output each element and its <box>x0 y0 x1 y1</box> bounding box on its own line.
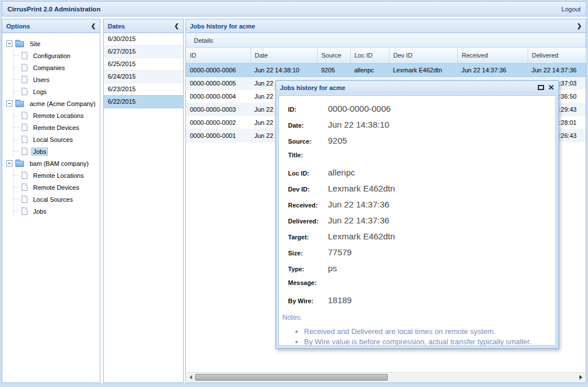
tree-node-label: Remote Devices <box>31 124 81 132</box>
column-header-dev-id[interactable]: Dev ID <box>389 48 457 63</box>
date-item[interactable]: 6/24/2015 <box>104 71 183 83</box>
field-source: Source: 9205 <box>288 136 552 152</box>
tree-node-configuration[interactable]: Configuration <box>14 50 98 62</box>
title-bar: CirrusPrint 2.0 Administration Logout <box>2 1 586 17</box>
field-date: Date: Jun 22 14:38:10 <box>288 120 552 136</box>
cell-date: Jun 22 14:38:10 <box>250 63 317 76</box>
date-item[interactable]: 6/27/2015 <box>104 46 183 58</box>
tree-node-label: Local Sources <box>31 195 75 203</box>
dialog-fields: ID: 0000-0000-0006 Date: Jun 22 14:38:10… <box>282 104 552 311</box>
tree-collapse-icon[interactable] <box>6 100 13 107</box>
column-header-source[interactable]: Source <box>317 48 350 63</box>
tree-collapse-icon[interactable] <box>6 160 13 166</box>
page-icon <box>22 184 27 191</box>
collapse-left-icon[interactable]: ❮ <box>91 23 96 29</box>
tree-node-label: bam (BAM company) <box>28 160 90 168</box>
close-icon[interactable]: ✕ <box>548 84 554 91</box>
field-label: Dev ID: <box>288 186 328 193</box>
field-value: 77579 <box>328 247 352 257</box>
tree-node-label: Local Sources <box>31 136 75 144</box>
collapse-left-icon[interactable]: ❮ <box>175 23 179 29</box>
tree-node-bam-jobs[interactable]: Jobs <box>14 205 98 217</box>
logout-button[interactable]: Logout <box>561 6 581 13</box>
field-value: 9205 <box>328 136 347 145</box>
dates-list: 6/30/2015 6/27/2015 6/25/2015 6/24/2015 … <box>104 33 183 108</box>
job-details-dialog: Jobs history for acme ✕ ID: 0000-0000-00… <box>275 80 559 349</box>
expand-right-icon[interactable]: ❯ <box>577 23 582 29</box>
field-loc-id: Loc ID: allenpc <box>288 168 552 184</box>
field-label: ID: <box>288 106 328 113</box>
cell-source: 9205 <box>317 63 350 76</box>
cell-id: 0000-0000-0001 <box>186 129 250 142</box>
field-dev-id: Dev ID: Lexmark E462dtn <box>288 184 552 199</box>
cell-received: Jun 22 14:37:36 <box>457 63 528 76</box>
tree-connector <box>14 187 19 188</box>
scrollbar-right-arrow-icon[interactable] <box>577 373 585 382</box>
field-title: Title: <box>288 152 552 168</box>
tree-connector <box>14 175 19 176</box>
tree-node-acme-local-sources[interactable]: Local Sources <box>14 133 98 145</box>
field-value: Lexmark E462dtn <box>328 184 395 193</box>
horizontal-scrollbar[interactable] <box>186 372 585 382</box>
field-label: Size: <box>288 250 328 256</box>
cell-dev-id: Lexmark E462dtn <box>389 63 457 76</box>
tree-node-acme-jobs[interactable]: Jobs <box>14 145 98 157</box>
scrollbar-thumb[interactable] <box>195 374 388 381</box>
tree-node-bam-local-sources[interactable]: Local Sources <box>14 193 98 205</box>
column-header-date[interactable]: Date <box>250 48 317 63</box>
dialog-title: Jobs history for acme <box>280 84 345 91</box>
tree-connector <box>14 211 19 211</box>
folder-icon <box>15 161 24 167</box>
column-header-delivered[interactable]: Delivered <box>528 48 586 63</box>
tree-connector <box>14 139 19 140</box>
page-icon <box>22 207 27 215</box>
cell-id: 0000-0000-0005 <box>186 76 250 89</box>
tree-connector <box>14 67 19 68</box>
column-header-received[interactable]: Received <box>457 48 528 63</box>
dates-panel: Dates ❮ 6/30/2015 6/27/2015 6/25/2015 6/… <box>103 19 184 383</box>
date-item[interactable]: 6/23/2015 <box>104 83 183 96</box>
job-row-selected[interactable]: 0000-0000-0006 Jun 22 14:38:10 9205 alle… <box>186 63 586 76</box>
date-item[interactable]: 6/30/2015 <box>104 33 183 46</box>
tree-node-label: Jobs <box>31 207 48 215</box>
tree-connector <box>14 115 19 116</box>
field-label: Received: <box>288 202 328 209</box>
tree-collapse-icon[interactable] <box>6 40 13 47</box>
tree-node-bam[interactable]: bam (BAM company) <box>6 157 98 169</box>
column-header-loc-id[interactable]: Loc ID <box>350 48 389 63</box>
tree-node-bam-remote-locations[interactable]: Remote Locations <box>14 169 98 181</box>
notes-heading: Notes: <box>282 313 552 321</box>
tree-node-label: Site <box>28 40 42 48</box>
field-value: Jun 22 14:37:36 <box>328 199 390 209</box>
tree-node-bam-remote-devices[interactable]: Remote Devices <box>14 181 98 193</box>
tree-node-acme-remote-locations[interactable]: Remote Locations <box>14 109 98 121</box>
tree-node-users[interactable]: Users <box>14 74 98 85</box>
scrollbar-left-arrow-icon[interactable] <box>186 373 195 382</box>
tree-node-acme[interactable]: acme (Acme Company) <box>6 97 98 109</box>
tree-node-companies[interactable]: Companies <box>14 62 98 74</box>
date-item[interactable]: 6/25/2015 <box>104 58 183 71</box>
date-item-selected[interactable]: 6/22/2015 <box>104 95 183 108</box>
tree-connector <box>14 79 19 80</box>
options-panel: Options ❮ Site Configuration Companies <box>2 19 100 383</box>
jobs-panel-header: Jobs history for acme ❯ <box>186 19 586 33</box>
acme-children: Remote Locations Remote Devices Local So… <box>13 109 98 157</box>
field-message: Message: <box>288 279 552 295</box>
app-title: CirrusPrint 2.0 Administration <box>7 6 100 13</box>
tree-node-logs[interactable]: Logs <box>14 85 98 97</box>
cell-id: 0000-0000-0002 <box>186 116 250 129</box>
page-icon <box>22 136 27 143</box>
dialog-header[interactable]: Jobs history for acme ✕ <box>276 81 558 94</box>
field-label: By Wire: <box>288 298 328 304</box>
app-window: CirrusPrint 2.0 Administration Logout Op… <box>0 0 588 387</box>
folder-icon <box>15 41 24 47</box>
tree-node-site[interactable]: Site <box>6 38 98 50</box>
column-header-id[interactable]: ID <box>186 48 250 63</box>
tree-node-label: Remote Locations <box>31 172 86 180</box>
maximize-icon[interactable] <box>538 85 544 90</box>
tree-node-label: Users <box>31 76 51 84</box>
field-value: ps <box>328 263 337 273</box>
tree-node-acme-remote-devices[interactable]: Remote Devices <box>14 121 98 133</box>
page-icon <box>22 112 27 119</box>
details-button[interactable]: Details <box>192 36 216 45</box>
